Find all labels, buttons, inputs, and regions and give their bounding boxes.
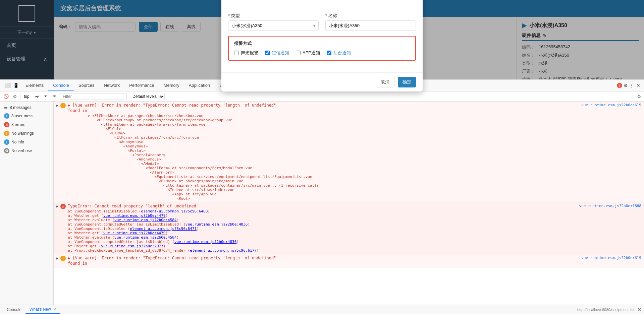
bottom-tab-whats-new[interactable]: What's New ✕ (25, 306, 60, 314)
bottom-tab-close-icon[interactable]: ✕ (53, 307, 56, 311)
tab-sources[interactable]: Sources (74, 81, 99, 90)
errors-label: 8 errors (11, 122, 25, 127)
tab-console[interactable]: Console (48, 81, 74, 90)
eye-icon[interactable]: 👁 (51, 93, 58, 100)
tab-elements[interactable]: Elements (21, 81, 48, 90)
entry-stack-0: ---> <ElCheckbox> at packages/checkbox/s… (68, 114, 579, 201)
warn-icon-orange: ! (4, 131, 9, 136)
close-devtools-icon[interactable]: ✕ (635, 82, 641, 88)
checkbox-app-notify[interactable]: APP通知 (296, 50, 320, 56)
entry-main-text-1: TypeError: Cannot read property 'length'… (68, 204, 577, 208)
link-watcher-eval-2[interactable]: vue.runtime.esm.js?2b0e:4584 (114, 235, 176, 240)
devtools-url-bar: http://localhost:8080/equipment-list (577, 308, 634, 312)
expand-arrow-2[interactable]: ▶ (56, 256, 58, 260)
devtools-bottom-tabs: Console What's New ✕ http://localhost:80… (0, 305, 644, 314)
entry-source-1[interactable]: vue.runtime.esm.js?2b0e:1888 (579, 204, 641, 208)
checkbox-sms-notify[interactable]: 短信通知 (265, 50, 289, 56)
settings-icon[interactable]: ⚙ (624, 83, 628, 88)
close-bottom-bar-icon[interactable]: ✕ (638, 307, 641, 312)
expand-arrow-0[interactable]: ▶ (56, 104, 58, 107)
modal-close-button[interactable]: × (412, 0, 416, 0)
link-computed-getter-2[interactable]: vue.runtime.esm.js?2b0e:4836 (174, 240, 236, 244)
modal-footer: 取消 确定 (221, 72, 423, 91)
more-options-icon[interactable]: ⋮ (629, 83, 634, 88)
sidebar-info[interactable]: i No info (0, 138, 53, 146)
dropdown-icon[interactable] (42, 93, 49, 100)
link-isLimitDisabled[interactable]: element-ui.common.js?5c96:6468 (141, 209, 208, 213)
messages-icon: ☰ (4, 105, 8, 110)
checkbox-app-input[interactable] (296, 51, 301, 55)
console-toolbar: 🚫 ⊘ top 👁 Default levels ⚙ (0, 91, 644, 102)
context-select[interactable]: top (20, 93, 40, 100)
messages-label: 8 messages (10, 105, 32, 110)
checkbox-sound-label: 声光报警 (241, 50, 258, 56)
link-object-get[interactable]: vue.runtime.esm.js?2b0e:2077 (101, 244, 163, 248)
link-isDisabled[interactable]: element-ui.common.js?5c96:6471 (130, 227, 197, 231)
modal-overlay: 修改报警方式 × * 类型 小米(水浸)A350 * 名称 (0, 0, 644, 79)
modal-title: 修改报警方式 (228, 0, 260, 0)
sidebar-verbose[interactable]: ⚙ No verbose (0, 146, 53, 155)
link-watcher-get-2[interactable]: vue.runtime.esm.js?2b0e:4479 (103, 231, 165, 235)
console-sidebar: ☰ 8 messages i 8 user mess... ✕ 8 errors… (0, 102, 54, 305)
entry-stack-1: at VueComponent.isLimitDisabled (element… (68, 209, 577, 253)
tab-performance[interactable]: Performance (124, 81, 159, 90)
filter-input[interactable] (60, 93, 127, 100)
tab-application[interactable]: Application (184, 81, 215, 90)
tab-memory[interactable]: Memory (159, 81, 184, 90)
filter-icon[interactable]: ⊘ (11, 93, 18, 100)
modal-body: * 类型 小米(水浸)A350 * 名称 报警方式 (221, 6, 423, 72)
bottom-tab-console[interactable]: Console (3, 306, 25, 313)
confirm-button[interactable]: 确定 (398, 77, 416, 87)
sidebar-errors[interactable]: ✕ 8 errors (0, 120, 53, 129)
info-icon-gray: i (4, 139, 9, 145)
alarm-section-title: 报警方式 (234, 41, 410, 47)
expand-arrow-1[interactable]: ▶ (56, 204, 58, 208)
devtools-top-right-icons: 8 ⚙ ⋮ ✕ (617, 82, 641, 88)
form-group-name: * 名称 (325, 13, 416, 31)
link-watcher-get-1[interactable]: vue.runtime.esm.js?2b0e:4479 (103, 213, 165, 218)
checkbox-sound-input[interactable] (234, 51, 239, 55)
entry-found-in-0: found in (68, 108, 579, 113)
type-select[interactable]: 小米(水浸)A350 (228, 20, 319, 31)
level-select[interactable]: Default levels (129, 93, 165, 100)
devtools-icon-group: ⬜ 📱 (3, 82, 21, 88)
checkbox-sms-input[interactable] (265, 51, 270, 55)
console-entry-2: ▶ ! ▶ [Vue warn]: Error in render: "Type… (54, 254, 644, 267)
link-watcher-eval-1[interactable]: vue.runtime.esm.js?2b0e:4584 (114, 218, 176, 222)
entry-source-2[interactable]: vue.runtime.esm.js?2b0e:619 (581, 256, 641, 260)
checkbox-backend-notify[interactable]: 后台通知 (327, 50, 351, 56)
console-entry-1: ▶ ✕ TypeError: Cannot read property 'len… (54, 202, 644, 254)
info-icon-blue: i (4, 113, 9, 119)
entry-content-2: ▶ [Vue warn]: Error in render: "TypeErro… (68, 256, 579, 266)
sidebar-user-messages[interactable]: i 8 user mess... (0, 112, 53, 120)
console-settings-icon[interactable]: ⚙ (637, 94, 641, 99)
console-entry-0: ▶ ! ▶ [Vue warn]: Error in render: "Type… (54, 102, 644, 202)
checkbox-backend-input[interactable] (327, 51, 331, 55)
info-label: No info (11, 140, 24, 144)
clear-console-icon[interactable]: 🚫 (3, 93, 9, 100)
link-proxy-render[interactable]: element-ui.common.js?5c96:6177 (190, 248, 257, 253)
cancel-button[interactable]: 取消 (376, 77, 394, 87)
tab-network[interactable]: Network (99, 81, 125, 90)
checkbox-app-label: APP通知 (303, 50, 320, 56)
entry-source-0[interactable]: vue.runtime.esm.js?2b0e:619 (581, 103, 641, 107)
sidebar-warnings[interactable]: ! No warnings (0, 129, 53, 138)
inspect-icon[interactable]: ⬜ (5, 82, 11, 88)
checkbox-sound-alarm[interactable]: 声光报警 (234, 50, 258, 56)
alarm-checkbox-group: 声光报警 短信通知 APP通知 后台通知 (234, 50, 410, 56)
modal-header: 修改报警方式 × (221, 0, 423, 6)
link-computed-getter-1[interactable]: vue.runtime.esm.js?2b0e:4836 (185, 222, 248, 227)
console-output: ▶ ! ▶ [Vue warn]: Error in render: "Type… (54, 102, 644, 305)
checkbox-sms-label: 短信通知 (272, 50, 289, 56)
toolbar-right-icons: ⚙ (637, 94, 641, 99)
device-icon[interactable]: 📱 (13, 82, 19, 88)
sidebar-messages[interactable]: ☰ 8 messages (0, 104, 53, 112)
user-messages-label: 8 user mess... (11, 114, 37, 118)
name-input[interactable] (325, 20, 416, 31)
form-group-type: * 类型 小米(水浸)A350 (228, 13, 319, 31)
alarm-section: 报警方式 声光报警 短信通知 APP通知 (228, 36, 416, 61)
entry-main-text-2: ▶ [Vue warn]: Error in render: "TypeErro… (68, 256, 579, 260)
verbose-icon: ⚙ (4, 148, 9, 153)
modal-form-row-type-name: * 类型 小米(水浸)A350 * 名称 (228, 13, 416, 31)
console-content: ☰ 8 messages i 8 user mess... ✕ 8 errors… (0, 102, 644, 305)
